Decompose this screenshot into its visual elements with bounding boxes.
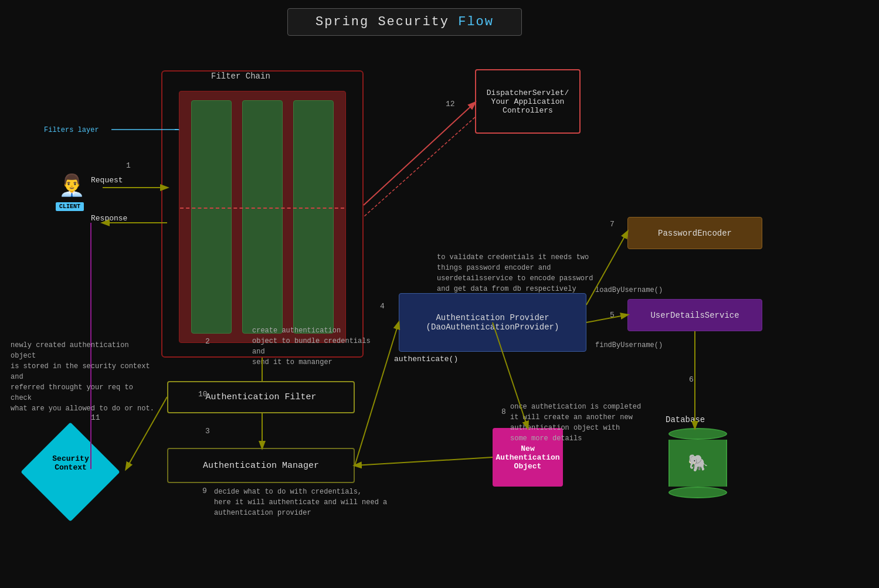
filter-bar-2 bbox=[242, 100, 283, 334]
desc-security: newly created authentication objectis st… bbox=[11, 340, 154, 414]
client-label: CLIENT bbox=[56, 202, 84, 211]
response-label: Response bbox=[91, 214, 127, 223]
db-body: 🐘 bbox=[668, 440, 727, 487]
security-context-label: SecurityContext bbox=[40, 454, 101, 472]
svg-line-13 bbox=[364, 117, 475, 217]
request-label: Request bbox=[91, 176, 123, 185]
num-10: 10 bbox=[198, 390, 208, 399]
auth-filter-box: Authentication Filter bbox=[167, 381, 355, 413]
num-9: 9 bbox=[202, 487, 207, 495]
svg-line-6 bbox=[586, 315, 627, 322]
filter-bar-3 bbox=[293, 100, 334, 334]
auth-provider-box: Authentication Provider(DaoAuthenticatio… bbox=[399, 293, 586, 352]
auth-manager-box: Authentication Manager bbox=[167, 448, 355, 483]
title-text: Spring Security bbox=[315, 15, 449, 29]
auth-manager-text: Authentication Manager bbox=[203, 461, 319, 471]
load-by-username-label: loadByUsername() bbox=[595, 286, 663, 294]
svg-line-9 bbox=[355, 457, 493, 465]
filter-bar-1 bbox=[191, 100, 232, 334]
find-by-username-label: findByUsername() bbox=[595, 341, 663, 349]
title-box: Spring Security Flow bbox=[287, 8, 522, 36]
auth-filter-text: Authentication Filter bbox=[205, 392, 316, 402]
client-figure: 👨‍💼 bbox=[59, 173, 85, 199]
db-bottom bbox=[668, 487, 727, 498]
num-8: 8 bbox=[501, 407, 506, 416]
authenticate-label: authenticate() bbox=[394, 355, 458, 363]
dispatcher-box: DispatcherServlet/Your ApplicationContro… bbox=[475, 69, 581, 134]
new-auth-text: NewAuthenticationObject bbox=[496, 444, 559, 471]
num-1: 1 bbox=[126, 161, 131, 170]
num-3: 3 bbox=[205, 427, 210, 436]
password-encoder-text: PasswordEncoder bbox=[658, 229, 732, 238]
desc-provider: to validate credentials it needs twothin… bbox=[437, 252, 593, 294]
num-6: 6 bbox=[689, 375, 694, 384]
db-label: Database bbox=[666, 415, 705, 424]
desc-2: create authenticationobject to bundle cr… bbox=[252, 325, 387, 368]
database-container: 🐘 bbox=[663, 428, 733, 504]
db-top bbox=[668, 428, 727, 440]
title-highlight: Flow bbox=[458, 15, 494, 29]
user-details-box: UserDetailsService bbox=[627, 299, 762, 331]
num-11: 11 bbox=[91, 413, 100, 422]
security-context-diamond bbox=[21, 422, 120, 522]
dispatcher-text: DispatcherServlet/Your ApplicationContro… bbox=[487, 89, 569, 115]
desc-8: once authetication is completedit will c… bbox=[510, 402, 641, 444]
num-12: 12 bbox=[446, 100, 455, 108]
num-4: 4 bbox=[380, 302, 385, 311]
filters-layer-label: Filters layer bbox=[44, 126, 99, 134]
dashed-line bbox=[180, 208, 344, 209]
filter-bars bbox=[179, 91, 346, 343]
svg-line-12 bbox=[364, 103, 475, 205]
user-details-text: UserDetailsService bbox=[650, 311, 739, 320]
diagram: Spring Security Flow bbox=[0, 0, 879, 588]
num-5: 5 bbox=[610, 311, 615, 320]
desc-9: decide what to do with credentials,here … bbox=[214, 487, 387, 518]
num-2: 2 bbox=[205, 337, 210, 346]
num-7: 7 bbox=[610, 220, 615, 229]
filter-chain-label: Filter Chain bbox=[211, 72, 270, 81]
auth-provider-text: Authentication Provider(DaoAuthenticatio… bbox=[426, 313, 559, 332]
password-encoder-box: PasswordEncoder bbox=[627, 217, 762, 249]
